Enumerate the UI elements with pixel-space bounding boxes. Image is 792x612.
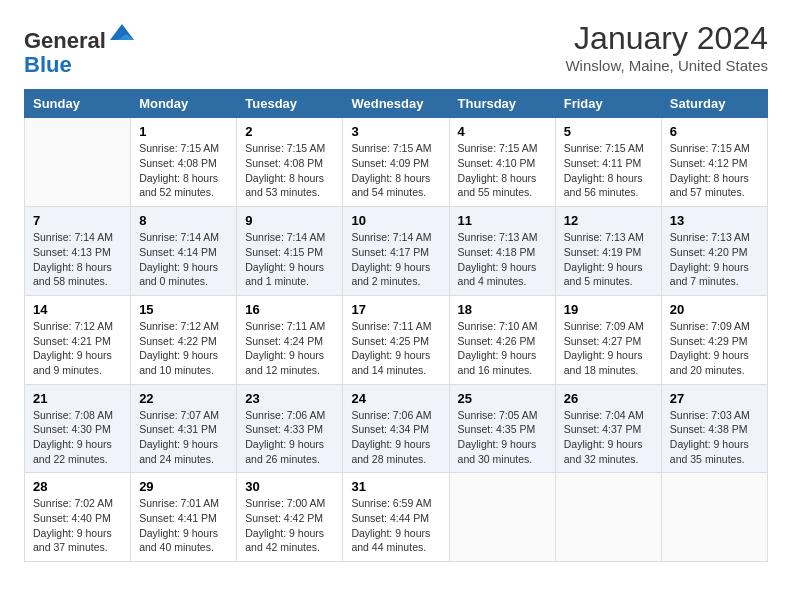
day-number: 20 — [670, 302, 759, 317]
day-info: Sunrise: 7:12 AMSunset: 4:22 PMDaylight:… — [139, 319, 228, 378]
calendar-cell: 12Sunrise: 7:13 AMSunset: 4:19 PMDayligh… — [555, 207, 661, 296]
calendar-cell: 24Sunrise: 7:06 AMSunset: 4:34 PMDayligh… — [343, 384, 449, 473]
calendar-cell: 6Sunrise: 7:15 AMSunset: 4:12 PMDaylight… — [661, 118, 767, 207]
logo: General Blue — [24, 20, 136, 77]
calendar-cell: 1Sunrise: 7:15 AMSunset: 4:08 PMDaylight… — [131, 118, 237, 207]
day-info: Sunrise: 7:09 AMSunset: 4:27 PMDaylight:… — [564, 319, 653, 378]
logo-general-text: General — [24, 28, 106, 53]
day-info: Sunrise: 7:08 AMSunset: 4:30 PMDaylight:… — [33, 408, 122, 467]
calendar-cell: 16Sunrise: 7:11 AMSunset: 4:24 PMDayligh… — [237, 295, 343, 384]
calendar-cell: 30Sunrise: 7:00 AMSunset: 4:42 PMDayligh… — [237, 473, 343, 562]
col-header-sunday: Sunday — [25, 90, 131, 118]
day-number: 22 — [139, 391, 228, 406]
col-header-monday: Monday — [131, 90, 237, 118]
calendar-cell: 15Sunrise: 7:12 AMSunset: 4:22 PMDayligh… — [131, 295, 237, 384]
day-info: Sunrise: 7:14 AMSunset: 4:17 PMDaylight:… — [351, 230, 440, 289]
day-info: Sunrise: 7:14 AMSunset: 4:15 PMDaylight:… — [245, 230, 334, 289]
day-info: Sunrise: 7:01 AMSunset: 4:41 PMDaylight:… — [139, 496, 228, 555]
day-number: 16 — [245, 302, 334, 317]
day-info: Sunrise: 7:14 AMSunset: 4:13 PMDaylight:… — [33, 230, 122, 289]
day-info: Sunrise: 7:15 AMSunset: 4:08 PMDaylight:… — [245, 141, 334, 200]
day-number: 25 — [458, 391, 547, 406]
day-number: 13 — [670, 213, 759, 228]
day-number: 14 — [33, 302, 122, 317]
calendar-cell: 26Sunrise: 7:04 AMSunset: 4:37 PMDayligh… — [555, 384, 661, 473]
day-info: Sunrise: 7:07 AMSunset: 4:31 PMDaylight:… — [139, 408, 228, 467]
calendar-cell: 13Sunrise: 7:13 AMSunset: 4:20 PMDayligh… — [661, 207, 767, 296]
day-number: 21 — [33, 391, 122, 406]
day-number: 27 — [670, 391, 759, 406]
day-number: 24 — [351, 391, 440, 406]
calendar-cell: 23Sunrise: 7:06 AMSunset: 4:33 PMDayligh… — [237, 384, 343, 473]
day-info: Sunrise: 7:06 AMSunset: 4:34 PMDaylight:… — [351, 408, 440, 467]
day-number: 5 — [564, 124, 653, 139]
calendar-cell: 11Sunrise: 7:13 AMSunset: 4:18 PMDayligh… — [449, 207, 555, 296]
day-number: 8 — [139, 213, 228, 228]
col-header-saturday: Saturday — [661, 90, 767, 118]
day-info: Sunrise: 7:13 AMSunset: 4:19 PMDaylight:… — [564, 230, 653, 289]
day-info: Sunrise: 7:09 AMSunset: 4:29 PMDaylight:… — [670, 319, 759, 378]
calendar-cell: 9Sunrise: 7:14 AMSunset: 4:15 PMDaylight… — [237, 207, 343, 296]
day-number: 11 — [458, 213, 547, 228]
calendar-cell — [555, 473, 661, 562]
day-info: Sunrise: 7:03 AMSunset: 4:38 PMDaylight:… — [670, 408, 759, 467]
calendar-cell: 3Sunrise: 7:15 AMSunset: 4:09 PMDaylight… — [343, 118, 449, 207]
day-number: 1 — [139, 124, 228, 139]
calendar-cell: 22Sunrise: 7:07 AMSunset: 4:31 PMDayligh… — [131, 384, 237, 473]
day-number: 7 — [33, 213, 122, 228]
day-number: 18 — [458, 302, 547, 317]
location: Winslow, Maine, United States — [565, 57, 768, 74]
logo-icon — [108, 20, 136, 48]
day-number: 19 — [564, 302, 653, 317]
calendar-cell: 4Sunrise: 7:15 AMSunset: 4:10 PMDaylight… — [449, 118, 555, 207]
day-number: 31 — [351, 479, 440, 494]
day-number: 29 — [139, 479, 228, 494]
day-info: Sunrise: 7:15 AMSunset: 4:12 PMDaylight:… — [670, 141, 759, 200]
calendar-cell: 20Sunrise: 7:09 AMSunset: 4:29 PMDayligh… — [661, 295, 767, 384]
logo-blue-text: Blue — [24, 52, 72, 77]
day-info: Sunrise: 7:11 AMSunset: 4:25 PMDaylight:… — [351, 319, 440, 378]
col-header-tuesday: Tuesday — [237, 90, 343, 118]
day-number: 9 — [245, 213, 334, 228]
day-info: Sunrise: 7:12 AMSunset: 4:21 PMDaylight:… — [33, 319, 122, 378]
calendar-cell: 5Sunrise: 7:15 AMSunset: 4:11 PMDaylight… — [555, 118, 661, 207]
day-info: Sunrise: 7:15 AMSunset: 4:10 PMDaylight:… — [458, 141, 547, 200]
calendar-cell: 19Sunrise: 7:09 AMSunset: 4:27 PMDayligh… — [555, 295, 661, 384]
day-number: 23 — [245, 391, 334, 406]
page-header: General Blue January 2024 Winslow, Maine… — [24, 20, 768, 77]
calendar-cell: 2Sunrise: 7:15 AMSunset: 4:08 PMDaylight… — [237, 118, 343, 207]
calendar-cell: 18Sunrise: 7:10 AMSunset: 4:26 PMDayligh… — [449, 295, 555, 384]
calendar-cell: 25Sunrise: 7:05 AMSunset: 4:35 PMDayligh… — [449, 384, 555, 473]
day-number: 2 — [245, 124, 334, 139]
day-info: Sunrise: 7:05 AMSunset: 4:35 PMDaylight:… — [458, 408, 547, 467]
day-number: 17 — [351, 302, 440, 317]
day-number: 10 — [351, 213, 440, 228]
col-header-wednesday: Wednesday — [343, 90, 449, 118]
day-info: Sunrise: 7:13 AMSunset: 4:20 PMDaylight:… — [670, 230, 759, 289]
day-info: Sunrise: 7:13 AMSunset: 4:18 PMDaylight:… — [458, 230, 547, 289]
day-number: 28 — [33, 479, 122, 494]
calendar-cell — [25, 118, 131, 207]
calendar-cell: 29Sunrise: 7:01 AMSunset: 4:41 PMDayligh… — [131, 473, 237, 562]
day-number: 3 — [351, 124, 440, 139]
day-info: Sunrise: 7:14 AMSunset: 4:14 PMDaylight:… — [139, 230, 228, 289]
calendar-cell — [661, 473, 767, 562]
day-info: Sunrise: 6:59 AMSunset: 4:44 PMDaylight:… — [351, 496, 440, 555]
day-info: Sunrise: 7:15 AMSunset: 4:08 PMDaylight:… — [139, 141, 228, 200]
day-info: Sunrise: 7:10 AMSunset: 4:26 PMDaylight:… — [458, 319, 547, 378]
calendar-cell: 17Sunrise: 7:11 AMSunset: 4:25 PMDayligh… — [343, 295, 449, 384]
calendar-cell: 10Sunrise: 7:14 AMSunset: 4:17 PMDayligh… — [343, 207, 449, 296]
calendar-cell: 31Sunrise: 6:59 AMSunset: 4:44 PMDayligh… — [343, 473, 449, 562]
day-info: Sunrise: 7:02 AMSunset: 4:40 PMDaylight:… — [33, 496, 122, 555]
day-info: Sunrise: 7:15 AMSunset: 4:11 PMDaylight:… — [564, 141, 653, 200]
day-info: Sunrise: 7:00 AMSunset: 4:42 PMDaylight:… — [245, 496, 334, 555]
day-number: 26 — [564, 391, 653, 406]
day-info: Sunrise: 7:06 AMSunset: 4:33 PMDaylight:… — [245, 408, 334, 467]
day-number: 30 — [245, 479, 334, 494]
calendar-cell — [449, 473, 555, 562]
calendar-cell: 14Sunrise: 7:12 AMSunset: 4:21 PMDayligh… — [25, 295, 131, 384]
day-number: 15 — [139, 302, 228, 317]
col-header-friday: Friday — [555, 90, 661, 118]
day-number: 12 — [564, 213, 653, 228]
day-info: Sunrise: 7:11 AMSunset: 4:24 PMDaylight:… — [245, 319, 334, 378]
